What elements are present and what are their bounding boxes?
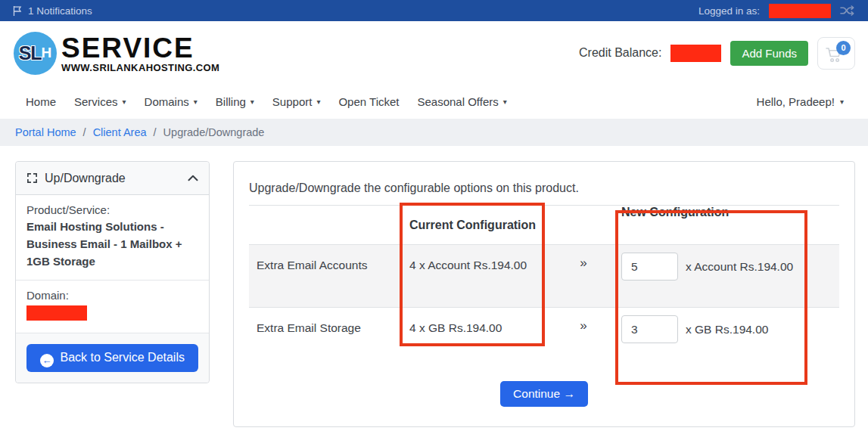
product-service-label: Product/Service:: [26, 203, 198, 216]
logo-circle: SL H: [14, 32, 57, 75]
nav-item-label: Home: [26, 95, 56, 108]
nav-item-open-ticket[interactable]: Open Ticket: [329, 95, 408, 108]
arrow-left-circle-icon: ←: [40, 354, 54, 367]
caret-down-icon: ▾: [123, 98, 126, 106]
redacted-domain: [26, 305, 87, 321]
option-name: Extra Email Accounts: [249, 245, 409, 307]
logo-title: SERVICE: [61, 34, 219, 62]
domain-label: Domain:: [26, 289, 198, 302]
cart-button[interactable]: 0: [817, 37, 855, 70]
redacted-credit-amount: [670, 45, 721, 62]
table-header-row: Current Configuration New Configuration: [249, 206, 839, 244]
nav-item-label: Domains: [145, 95, 189, 108]
greeting-label: Hello, Pradeep!: [757, 95, 835, 108]
breadcrumb-portal-home[interactable]: Portal Home: [15, 126, 76, 138]
nav-item-seasonal-offers[interactable]: Seasonal Offers ▾: [408, 95, 515, 108]
breadcrumb-separator: /: [154, 126, 157, 138]
breadcrumb-client-area[interactable]: Client Area: [93, 126, 147, 138]
new-configuration-header: New Configuration: [606, 206, 839, 219]
continue-button[interactable]: Continue →: [500, 381, 588, 407]
option-name: Extra Email Storage: [249, 308, 409, 371]
breadcrumb-separator: /: [83, 126, 86, 138]
panel-intro-text: Upgrade/Downgrade the configurable optio…: [249, 181, 839, 195]
redacted-username: [769, 4, 831, 18]
nav-item-services[interactable]: Services ▾: [65, 95, 135, 108]
new-configuration-unit: x Account Rs.194.00: [686, 260, 793, 274]
extra-email-accounts-quantity-input[interactable]: [621, 253, 678, 281]
back-button-label: Back to Service Details: [60, 351, 185, 364]
cart-count-badge: 0: [836, 41, 851, 55]
breadcrumb-current-page: Upgrade/Downgrade: [163, 126, 265, 138]
sidebar-panel-title: Up/Downgrade: [45, 172, 126, 185]
upgrade-options-panel: Upgrade/Downgrade the configurable optio…: [233, 161, 855, 427]
nav-item-domains[interactable]: Domains ▾: [135, 95, 207, 108]
double-angle-icon: »: [561, 308, 606, 371]
nav-item-home[interactable]: Home: [17, 95, 65, 108]
current-configuration-header: Current Configuration: [409, 219, 561, 232]
caret-down-icon: ▾: [840, 98, 844, 106]
updowngrade-sidebar-panel: Up/Downgrade Product/Service: Email Host…: [15, 161, 210, 383]
main-navbar: Home Services ▾ Domains ▾ Billing ▾ Supp…: [0, 85, 868, 119]
caret-down-icon: ▾: [503, 98, 507, 106]
configurable-options-table: Current Configuration New Configuration …: [249, 205, 839, 371]
switch-account-icon[interactable]: [840, 5, 856, 16]
caret-down-icon: ▾: [194, 98, 198, 106]
current-configuration-value: 4 x Account Rs.194.00: [409, 245, 561, 307]
top-utility-bar: 1 Notifications Logged in as:: [0, 0, 868, 21]
nav-item-label: Billing: [216, 95, 246, 108]
caret-down-icon: ▾: [250, 98, 254, 106]
flag-icon: [12, 5, 23, 17]
extra-email-storage-quantity-input[interactable]: [621, 315, 678, 343]
current-configuration-value: 4 x GB Rs.194.00: [409, 308, 561, 371]
logo-badge-sub: H: [42, 45, 52, 61]
option-column-header: [249, 219, 409, 231]
logged-in-as-label: Logged in as:: [698, 5, 760, 17]
table-row: Extra Email Storage 4 x GB Rs.194.00 » x…: [249, 307, 839, 371]
nav-item-label: Seasonal Offers: [417, 95, 498, 108]
add-funds-button[interactable]: Add Funds: [730, 41, 808, 66]
nav-item-support[interactable]: Support ▾: [263, 95, 330, 108]
nav-item-billing[interactable]: Billing ▾: [207, 95, 263, 108]
logo-badge-main: SL: [19, 42, 42, 64]
product-service-section: Product/Service: Email Hosting Solutions…: [16, 195, 209, 281]
nav-item-label: Support: [272, 95, 313, 108]
page: 1 Notifications Logged in as: SL H S: [0, 0, 868, 434]
sidebar-panel-header[interactable]: Up/Downgrade: [16, 162, 209, 195]
credit-balance-label: Credit Balance:: [579, 46, 661, 60]
arrow-right-icon: →: [563, 387, 575, 400]
logo-subtitle: WWW.SRILANKAHOSTING.COM: [61, 63, 219, 73]
nav-item-label: Services: [74, 95, 118, 108]
sidebar-panel-footer: ← Back to Service Details: [16, 333, 209, 383]
nav-item-label: Open Ticket: [338, 95, 399, 108]
table-row: Extra Email Accounts 4 x Account Rs.194.…: [249, 244, 839, 307]
site-header: SL H SERVICE WWW.SRILANKAHOSTING.COM Cre…: [0, 21, 868, 85]
notifications-link[interactable]: 1 Notifications: [12, 5, 92, 17]
notifications-label: 1 Notifications: [28, 5, 92, 17]
continue-label: Continue: [513, 387, 560, 400]
user-menu[interactable]: Hello, Pradeep! ▾: [757, 95, 844, 108]
caret-down-icon: ▾: [316, 98, 320, 106]
new-configuration-unit: x GB Rs.194.00: [686, 323, 768, 336]
product-service-name: Email Hosting Solutions - Business Email…: [26, 218, 198, 270]
site-logo[interactable]: SL H SERVICE WWW.SRILANKAHOSTING.COM: [14, 32, 219, 75]
back-to-service-details-button[interactable]: ← Back to Service Details: [26, 344, 198, 372]
domain-section: Domain:: [16, 281, 209, 333]
breadcrumb: Portal Home / Client Area / Upgrade/Down…: [0, 119, 868, 146]
chevron-up-icon[interactable]: [188, 175, 198, 181]
expand-icon: [26, 172, 38, 184]
double-angle-icon: »: [561, 245, 606, 307]
